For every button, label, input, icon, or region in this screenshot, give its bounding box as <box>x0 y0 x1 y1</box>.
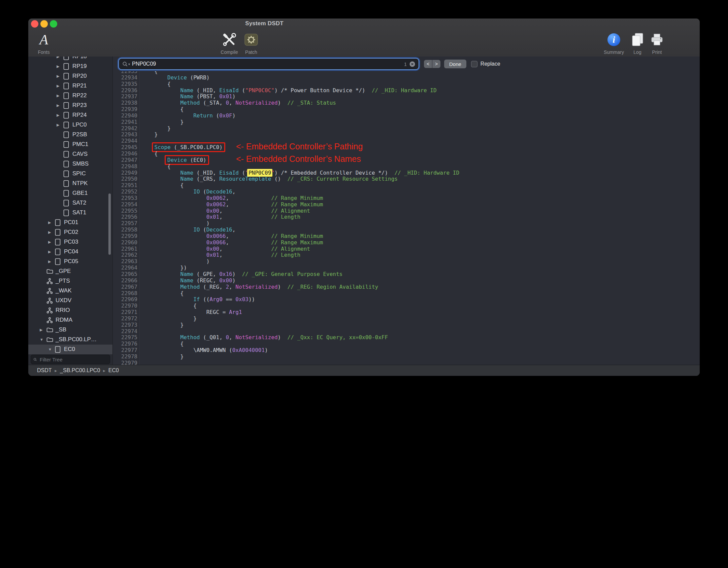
search-field[interactable]: ▾ 1 <box>119 59 419 69</box>
done-button[interactable]: Done <box>444 60 466 68</box>
sidebar-item-SPIC[interactable]: SPIC <box>28 169 112 179</box>
filter-tree-input[interactable] <box>39 356 107 363</box>
doc-icon <box>63 161 72 168</box>
code-line: 22977 \AMW0.AMWN (0xA0040001) <box>113 347 700 354</box>
disclosure-right-icon[interactable]: ▶ <box>48 250 55 254</box>
line-content: { <box>141 182 184 189</box>
code-token: 0x01 <box>206 214 220 220</box>
replace-checkbox[interactable] <box>471 61 477 67</box>
code-token: // Length <box>271 214 300 220</box>
sidebar-item-RP22[interactable]: ▶RP22 <box>28 91 112 101</box>
disclosure-right-icon[interactable]: ▶ <box>57 74 63 78</box>
breadcrumb-item[interactable]: DSDT <box>37 367 52 374</box>
code-token: { <box>141 290 184 296</box>
code-token: " <box>271 170 274 176</box>
doc-icon <box>55 346 63 353</box>
code-token: Decode16 <box>206 226 232 233</box>
disclosure-right-icon[interactable]: ▶ <box>57 113 63 117</box>
sidebar-item-RRIO[interactable]: RRIO <box>28 306 112 315</box>
summary-info-icon: i <box>606 31 621 49</box>
code-token: (_CRS, <box>193 176 219 182</box>
sidebar-item-CAVS[interactable]: CAVS <box>28 149 112 159</box>
sidebar-item-EC0[interactable]: ▼EC0 <box>28 345 112 354</box>
sidebar-item-PC04[interactable]: ▶PC04 <box>28 247 112 257</box>
sidebar-item-_PTS[interactable]: _PTS <box>28 276 112 286</box>
code-token: NotSerialized <box>235 100 277 106</box>
breadcrumb-item[interactable]: _SB.PC00.LPC0 <box>60 367 100 374</box>
sidebar-item-label: SPIC <box>72 170 86 177</box>
code-editor[interactable]: 22933 {22934 Device (PWRB)22935 {22936 N… <box>113 71 700 365</box>
line-content: { <box>141 106 184 113</box>
disclosure-right-icon[interactable]: ▶ <box>40 328 46 332</box>
disclosure-right-icon[interactable]: ▶ <box>57 84 63 88</box>
sidebar-item-SMBS[interactable]: SMBS <box>28 159 112 169</box>
disclosure-right-icon[interactable]: ▶ <box>57 103 63 108</box>
sidebar-item-PMC1[interactable]: PMC1 <box>28 140 112 149</box>
code-token: , <box>226 239 271 246</box>
sidebar-item-PC05[interactable]: ▶PC05 <box>28 257 112 267</box>
disclosure-down-icon[interactable]: ▼ <box>40 338 46 342</box>
sidebar-item-RP24[interactable]: ▶RP24 <box>28 110 112 120</box>
code-token: Name <box>180 87 194 94</box>
disclosure-right-icon[interactable]: ▶ <box>48 259 55 264</box>
sidebar-item-RP18[interactable]: ▶RP18 <box>28 57 112 62</box>
sidebar-item-_SB.PC00.LP…[interactable]: ▼_SB.PC00.LP… <box>28 335 112 345</box>
disclosure-right-icon[interactable]: ▶ <box>48 220 55 225</box>
breadcrumb-separator-icon: ▸ <box>103 368 105 373</box>
code-token: Device <box>167 157 187 163</box>
find-input[interactable] <box>130 61 404 67</box>
find-previous-button[interactable]: < <box>424 60 432 68</box>
sidebar-item-PC01[interactable]: ▶PC01 <box>28 218 112 227</box>
code-token: IO <box>193 188 200 195</box>
zoom-button[interactable] <box>50 20 57 28</box>
code-line: 22953 0x0062, // Range Minimum <box>113 195 700 202</box>
sidebar-item-RP20[interactable]: ▶RP20 <box>28 71 112 81</box>
disclosure-right-icon[interactable]: ▶ <box>48 240 55 244</box>
sidebar-item-RP19[interactable]: ▶RP19 <box>28 62 112 71</box>
clear-search-icon[interactable] <box>409 61 415 67</box>
minimize-button[interactable] <box>40 20 48 28</box>
code-token: // _HID: Hardware ID <box>394 170 459 176</box>
sidebar-item-RP21[interactable]: ▶RP21 <box>28 81 112 91</box>
toolbar-print-button[interactable]: Print <box>642 30 672 55</box>
toolbar-patch-button[interactable]: Patch <box>236 30 266 55</box>
disclosure-right-icon[interactable]: ▶ <box>57 57 63 59</box>
code-token: 0x16 <box>219 271 232 277</box>
disclosure-right-icon[interactable]: ▶ <box>48 230 55 235</box>
line-number: 22966 <box>113 278 140 284</box>
sidebar-item-_SB[interactable]: ▶_SB <box>28 325 112 335</box>
code-lines: 22933 {22934 Device (PWRB)22935 {22936 N… <box>113 71 700 365</box>
sidebar-item-UXDV[interactable]: UXDV <box>28 296 112 306</box>
filter-tree-field[interactable] <box>31 355 110 364</box>
sidebar-item-_GPE[interactable]: _GPE <box>28 267 112 276</box>
line-number: 22950 <box>113 176 140 182</box>
code-token: ( <box>239 170 245 176</box>
code-line: 22973 } <box>113 322 700 328</box>
sidebar-item-_WAK[interactable]: _WAK <box>28 286 112 296</box>
find-next-button[interactable]: > <box>432 60 440 68</box>
sidebar-item-P2SB[interactable]: P2SB <box>28 130 112 140</box>
code-token: { <box>141 106 184 112</box>
sidebar-item-GBE1[interactable]: GBE1 <box>28 188 112 198</box>
sidebar-item-SAT2[interactable]: SAT2 <box>28 198 112 208</box>
sidebar-scrollbar[interactable] <box>108 193 111 255</box>
close-button[interactable] <box>31 20 38 28</box>
sidebar-item-NTPK[interactable]: NTPK <box>28 179 112 188</box>
code-token: // Length <box>271 252 300 258</box>
toolbar-fonts-button[interactable]: A Fonts <box>29 30 59 55</box>
sidebar-item-PC03[interactable]: ▶PC03 <box>28 237 112 247</box>
sidebar-item-LPC0[interactable]: ▶LPC0 <box>28 120 112 130</box>
sidebar-item-PC02[interactable]: ▶PC02 <box>28 227 112 237</box>
line-content: 0x01, // Length <box>141 214 300 220</box>
sidebar-item-RP23[interactable]: ▶RP23 <box>28 101 112 110</box>
sidebar-item-SAT1[interactable]: SAT1 <box>28 208 112 218</box>
code-token: If <box>193 296 200 303</box>
line-number: 22965 <box>113 271 140 278</box>
disclosure-right-icon[interactable]: ▶ <box>57 94 63 98</box>
sidebar-item-RDMA[interactable]: RDMA <box>28 315 112 325</box>
code-token <box>141 195 206 201</box>
breadcrumb-item[interactable]: EC0 <box>108 367 119 374</box>
disclosure-right-icon[interactable]: ▶ <box>57 123 63 127</box>
disclosure-down-icon[interactable]: ▼ <box>48 347 55 351</box>
disclosure-right-icon[interactable]: ▶ <box>57 64 63 69</box>
